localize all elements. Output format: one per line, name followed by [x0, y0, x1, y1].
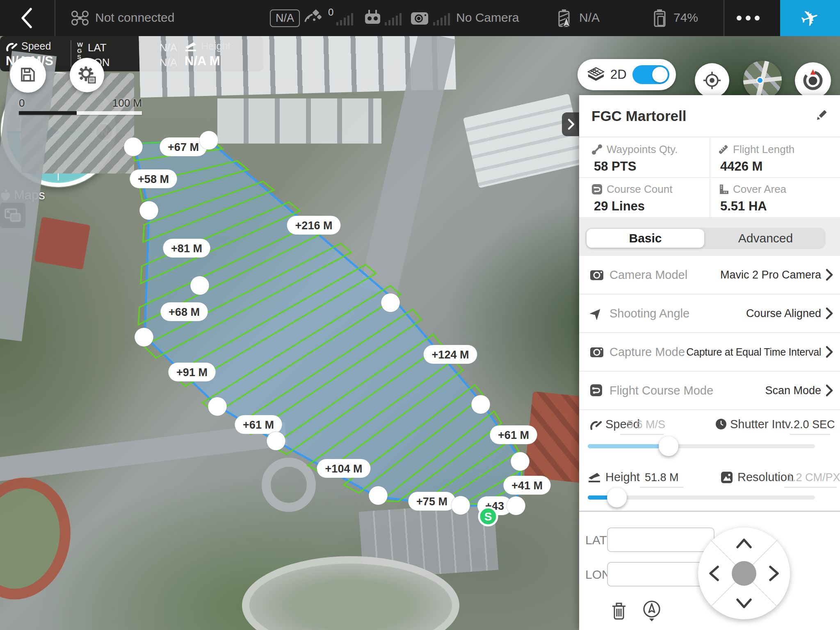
takeoff-button[interactable]: ✈	[780, 0, 840, 36]
tab-basic[interactable]: Basic	[587, 229, 704, 248]
takeoff-icon	[588, 472, 602, 483]
tab-advanced[interactable]: Advanced	[705, 228, 826, 249]
waypoint-marker[interactable]	[139, 201, 158, 220]
resolution-label: Resolution	[737, 470, 794, 484]
svg-text:S: S	[484, 510, 492, 523]
compass-icon	[801, 68, 825, 92]
waypoint-marker[interactable]	[381, 293, 400, 312]
shooting-angle-icon	[590, 307, 603, 320]
height-label: Height	[605, 470, 640, 484]
row-shooting-angle[interactable]: Shooting Angle Course Aligned	[579, 294, 840, 333]
speed-slider-track[interactable]	[588, 444, 815, 448]
waypoint-distance-text: +216 M	[295, 219, 333, 232]
course-mode-icon	[590, 384, 603, 397]
row-camera-model[interactable]: Camera Model Mavic 2 Pro Camera	[579, 256, 840, 294]
height-slider-thumb[interactable]	[607, 488, 627, 507]
course-count-icon	[591, 184, 603, 195]
stat-label: Cover Area	[733, 183, 786, 196]
waypoint-distance-text: +81 M	[171, 242, 202, 255]
row-capture-mode[interactable]: Capture Mode Capture at Equal Time Inter…	[579, 333, 840, 372]
capture-mode-icon	[590, 345, 604, 358]
dpad-center-button	[732, 561, 756, 586]
waypoint-marker[interactable]	[451, 496, 470, 515]
save-button[interactable]	[10, 57, 46, 93]
stat-value: 29 Lines	[594, 199, 672, 214]
navigate-pin-icon	[641, 600, 662, 623]
remote-controller-icon	[363, 9, 382, 27]
resolution-icon	[721, 471, 733, 484]
waypoint-marker[interactable]	[369, 486, 388, 505]
back-button[interactable]	[11, 6, 41, 30]
map-scale: 0100 M	[19, 97, 142, 115]
edit-title-button[interactable]	[815, 108, 829, 124]
panel-collapse-button[interactable]	[562, 112, 580, 136]
device-battery-value: 74%	[673, 11, 698, 25]
lat-input-label: LAT	[585, 533, 607, 547]
stat-label: Course Count	[607, 183, 672, 196]
minimap-button[interactable]	[743, 61, 782, 99]
crosshair-icon	[703, 71, 721, 90]
locate-button[interactable]	[695, 63, 729, 98]
airplane-icon: ✈	[797, 3, 823, 33]
waypoint-distance-text: +61 M	[243, 419, 274, 431]
speed-value[interactable]: 5.6 M/S	[627, 418, 665, 431]
dpad-left-icon	[710, 567, 718, 580]
view-mode-pill: 2D	[578, 59, 676, 90]
waypoint-distance-text: +91 M	[176, 366, 208, 379]
cover-area-icon	[718, 184, 729, 195]
trash-icon	[611, 602, 627, 620]
ruler-icon	[718, 144, 729, 155]
waypoint-marker[interactable]	[208, 397, 227, 416]
shutter-value[interactable]: 2.0 SEC	[794, 418, 835, 431]
camera-icon	[410, 11, 429, 27]
more-menu-button[interactable]	[737, 16, 760, 21]
height-section: Height 51.8 M Resolution 1.2 CM/PX	[579, 466, 840, 511]
gps-signal-bars	[336, 11, 354, 27]
chevron-left-icon	[20, 7, 32, 29]
waypoint-marker[interactable]	[511, 452, 530, 471]
dpad-right-icon	[770, 567, 778, 580]
waypoint-marker[interactable]	[267, 431, 285, 450]
chevron-right-icon	[825, 384, 833, 397]
waypoint-distance-text: +68 M	[169, 306, 200, 318]
aircraft-battery-value: N/A	[579, 11, 600, 25]
stat-value: 4426 M	[720, 159, 794, 174]
mission-panel: FGC Martorell Waypoints Qty. 58 PTS Flig…	[579, 95, 840, 630]
chevron-right-icon	[825, 268, 833, 281]
rc-signal-bars	[385, 11, 402, 27]
speed-slider-thumb[interactable]	[659, 436, 678, 456]
gps-icon	[304, 9, 323, 29]
camera-signal-bars	[433, 11, 450, 27]
camera-status: No Camera	[456, 11, 519, 25]
waypoints-icon	[591, 144, 603, 155]
speed-gauge-icon	[589, 419, 603, 431]
speed-section: Speed 5.6 M/S Shutter Intv. 2.0 SEC	[579, 410, 840, 466]
compass-button[interactable]	[795, 62, 831, 98]
go-to-location-button[interactable]	[641, 600, 662, 624]
waypoint-marker[interactable]	[135, 328, 153, 347]
waypoint-distance-text: +61 M	[498, 429, 529, 441]
stat-value: 58 PTS	[594, 159, 678, 174]
nudge-dpad[interactable]	[698, 527, 790, 619]
row-flight-course-mode[interactable]: Flight Course Mode Scan Mode	[579, 372, 840, 410]
waypoint-marker[interactable]	[507, 496, 525, 515]
settings-button[interactable]	[70, 58, 104, 92]
delete-waypoint-button[interactable]	[611, 602, 627, 622]
waypoint-distance-text: +75 M	[416, 495, 447, 508]
chevron-right-icon	[825, 307, 833, 320]
aircraft-battery-icon	[556, 8, 572, 30]
waypoint-marker[interactable]	[190, 276, 209, 295]
waypoint-marker[interactable]	[199, 131, 218, 150]
height-value[interactable]: 51.8 M	[645, 471, 679, 484]
device-battery-icon	[653, 8, 667, 30]
stat-label: Waypoints Qty.	[607, 143, 678, 156]
speed-slider-fill	[588, 444, 669, 448]
top-status-bar: Not connected N/A 0 No Camera N/A	[0, 0, 840, 36]
view-mode-toggle[interactable]	[632, 65, 669, 84]
scale-start: 0	[19, 97, 25, 110]
save-icon	[19, 66, 37, 83]
waypoint-marker[interactable]	[471, 395, 490, 414]
waypoint-marker[interactable]	[124, 137, 143, 156]
waypoint-distance-text: +58 M	[138, 173, 169, 185]
waypoint-distance-text: +41 M	[511, 479, 543, 492]
